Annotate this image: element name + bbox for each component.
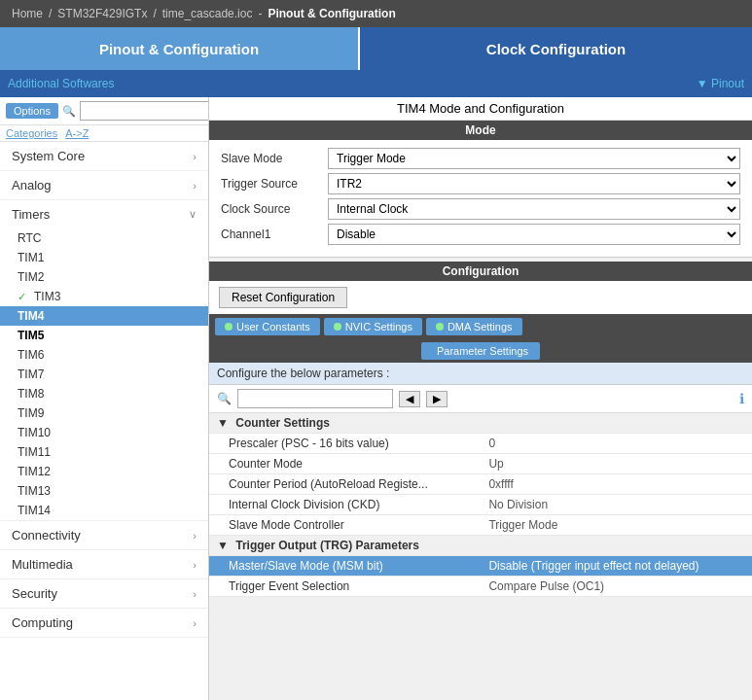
breadcrumb-home[interactable]: Home — [12, 7, 43, 20]
sidebar-header-computing[interactable]: Computing › — [0, 609, 208, 637]
sidebar-header-connectivity[interactable]: Connectivity › — [0, 521, 208, 549]
param-row-slave-mode-ctrl: Slave Mode Controller Trigger Mode — [209, 515, 752, 536]
tab-dma-settings[interactable]: DMA Settings — [426, 318, 522, 335]
sidebar-section-security: Security › — [0, 579, 208, 609]
expand-icon-trigger[interactable]: ▼ — [217, 539, 229, 552]
param-settings-row: Parameter Settings — [209, 339, 752, 363]
mode-section-title: Mode — [209, 121, 752, 140]
config-row-channel1: Channel1 Disable — [221, 224, 740, 245]
sub-tab-additional[interactable]: Additional Softwares — [8, 77, 114, 90]
sidebar-item-tim12[interactable]: TIM12 — [0, 462, 208, 481]
param-label-counter-period: Counter Period (AutoReload Registe... — [209, 474, 481, 495]
param-value-trigger-event: Compare Pulse (OC1) — [481, 577, 752, 597]
chevron-security: › — [193, 588, 197, 600]
sidebar-search-input[interactable] — [80, 101, 209, 121]
options-button[interactable]: Options — [6, 103, 58, 119]
tab-param-settings[interactable]: Parameter Settings — [421, 342, 540, 360]
param-value-msm: Disable (Trigger input effect not delaye… — [481, 556, 752, 577]
param-value-counter-mode: Up — [481, 454, 752, 474]
expand-icon-counter[interactable]: ▼ — [217, 416, 229, 430]
param-row-msm[interactable]: Master/Slave Mode (MSM bit) Disable (Tri… — [209, 556, 752, 577]
parameters-table: ▼ Counter Settings Prescaler (PSC - 16 b… — [209, 413, 752, 597]
main-title: TIM4 Mode and Configuration — [209, 97, 752, 121]
param-value-ckd: No Division — [481, 495, 752, 515]
sidebar-item-tim5[interactable]: TIM5 — [0, 326, 208, 345]
sidebar-header-timers[interactable]: Timers ∨ — [0, 200, 208, 228]
chevron-system-core: › — [193, 151, 197, 162]
param-row-ckd: Internal Clock Division (CKD) No Divisio… — [209, 495, 752, 515]
breadcrumb-sep1: / — [49, 7, 52, 20]
sidebar-item-tim13[interactable]: TIM13 — [0, 481, 208, 501]
sidebar-item-tim1[interactable]: TIM1 — [0, 248, 208, 267]
param-value-prescaler: 0 — [481, 434, 752, 454]
sidebar-section-multimedia: Multimedia › — [0, 550, 208, 579]
sidebar-header-multimedia[interactable]: Multimedia › — [0, 550, 208, 578]
tab-label-dma-settings: DMA Settings — [448, 321, 513, 332]
select-trigger-source[interactable]: ITR2 — [328, 173, 740, 194]
sidebar-item-tim9[interactable]: TIM9 — [0, 403, 208, 423]
sidebar-item-tim11[interactable]: TIM11 — [0, 442, 208, 462]
label-slave-mode: Slave Mode — [221, 152, 328, 165]
select-channel1[interactable]: Disable — [328, 224, 740, 245]
sidebar-item-tim4[interactable]: TIM4 — [0, 306, 208, 326]
sidebar-header-security[interactable]: Security › — [0, 579, 208, 608]
chevron-analog: › — [193, 180, 197, 192]
param-label-trigger-event: Trigger Event Selection — [209, 577, 481, 597]
sidebar-header-analog[interactable]: Analog › — [0, 171, 208, 199]
reset-config-button[interactable]: Reset Configuration — [219, 287, 347, 308]
az-button[interactable]: A->Z — [65, 127, 89, 139]
config-row-trigger-source: Trigger Source ITR2 — [221, 173, 740, 194]
tab-user-constants[interactable]: User Constants — [215, 318, 320, 335]
config-section: Configuration Reset Configuration User C… — [209, 262, 752, 597]
categories-button[interactable]: Categories — [6, 127, 57, 139]
sidebar-item-tim3[interactable]: TIM3 — [0, 287, 208, 306]
breadcrumb-chip[interactable]: STM32F429IGTx — [57, 7, 147, 20]
param-label-msm: Master/Slave Mode (MSM bit) — [209, 556, 481, 577]
sidebar-item-tim7[interactable]: TIM7 — [0, 365, 208, 384]
sidebar-label-multimedia: Multimedia — [12, 557, 73, 572]
param-label-prescaler: Prescaler (PSC - 16 bits value) — [209, 434, 481, 454]
sidebar-section-system-core: System Core › — [0, 142, 208, 171]
param-value-counter-period: 0xffff — [481, 474, 752, 495]
sub-tabs-row: Additional Softwares ▼ Pinout — [0, 70, 752, 97]
mode-area: Slave Mode Trigger Mode Trigger Source I… — [209, 140, 752, 258]
dot-nvic-settings — [334, 323, 341, 331]
main-layout: Options 🔍 Categories A->Z System Core › … — [0, 97, 752, 700]
search-icon: 🔍 — [62, 105, 76, 118]
tab-label-nvic-settings: NVIC Settings — [345, 321, 412, 332]
tab-pinout-config[interactable]: Pinout & Configuration — [0, 27, 360, 70]
sidebar-item-tim8[interactable]: TIM8 — [0, 384, 208, 403]
dot-user-constants — [225, 323, 233, 331]
param-row-counter-period: Counter Period (AutoReload Registe... 0x… — [209, 474, 752, 495]
sidebar-item-tim2[interactable]: TIM2 — [0, 267, 208, 287]
breadcrumb: Home / STM32F429IGTx / time_cascade.ioc … — [0, 0, 752, 27]
param-label-ckd: Internal Clock Division (CKD) — [209, 495, 481, 515]
sidebar-section-connectivity: Connectivity › — [0, 521, 208, 550]
chevron-multimedia: › — [193, 559, 197, 571]
tab-buttons-row: User Constants NVIC Settings DMA Setting… — [209, 314, 752, 339]
trigger-output-label: ▼ Trigger Output (TRG) Parameters — [209, 536, 752, 556]
chevron-timers: ∨ — [189, 208, 197, 221]
breadcrumb-dash: - — [258, 7, 262, 20]
config-section-title: Configuration — [209, 262, 752, 281]
info-icon[interactable]: ℹ — [739, 391, 744, 406]
sub-tab-pinout[interactable]: ▼ Pinout — [697, 77, 744, 90]
sidebar-item-tim14[interactable]: TIM14 — [0, 501, 208, 520]
sidebar-item-rtc[interactable]: RTC — [0, 228, 208, 248]
nav-prev-button[interactable]: ◀ — [399, 391, 420, 407]
breadcrumb-file[interactable]: time_cascade.ioc — [162, 7, 253, 20]
chevron-connectivity: › — [193, 530, 197, 542]
tab-nvic-settings[interactable]: NVIC Settings — [324, 318, 422, 335]
sidebar-item-tim6[interactable]: TIM6 — [0, 345, 208, 365]
configure-text: Configure the below parameters : — [209, 363, 752, 385]
sidebar-header-system-core[interactable]: System Core › — [0, 142, 208, 170]
breadcrumb-sep2: / — [153, 7, 156, 20]
tab-clock-config[interactable]: Clock Configuration — [360, 27, 752, 70]
sidebar-item-tim10[interactable]: TIM10 — [0, 423, 208, 442]
sidebar-label-connectivity: Connectivity — [12, 528, 81, 542]
param-search-input[interactable] — [237, 389, 393, 408]
sidebar-label-security: Security — [12, 586, 57, 601]
nav-next-button[interactable]: ▶ — [426, 391, 448, 407]
select-slave-mode[interactable]: Trigger Mode — [328, 148, 740, 169]
select-clock-source[interactable]: Internal Clock — [328, 198, 740, 220]
